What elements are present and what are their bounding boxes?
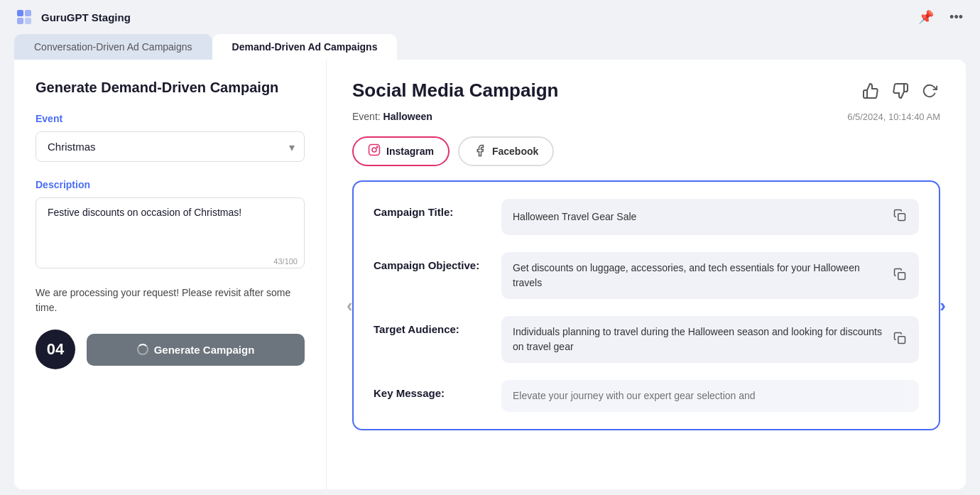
step-badge: 04 [36, 330, 75, 369]
loading-spinner [137, 344, 148, 355]
timestamp: 6/5/2024, 10:14:40 AM [847, 111, 940, 122]
more-button[interactable]: ••• [947, 7, 966, 28]
top-bar: GuruGPT Staging 📌 ••• [0, 0, 980, 34]
svg-rect-2 [17, 18, 23, 24]
svg-point-6 [376, 146, 378, 148]
event-info-row: Event: Halloween 6/5/2024, 10:14:40 AM [352, 111, 940, 122]
key-message-value: Elevate your journey with our expert gea… [513, 388, 756, 403]
next-campaign-button[interactable]: › [934, 289, 952, 322]
pin-button[interactable]: 📌 [915, 6, 937, 28]
svg-rect-3 [25, 18, 31, 24]
header-actions [859, 80, 940, 107]
copy-campaign-objective-button[interactable] [892, 266, 908, 285]
refresh-button[interactable] [919, 80, 940, 106]
svg-rect-4 [369, 145, 380, 156]
campaign-title-value-wrapper: Halloween Travel Gear Sale [501, 199, 919, 235]
left-panel-title: Generate Demand-Driven Campaign [36, 80, 305, 96]
right-panel: Social Media Campaign [327, 60, 966, 489]
key-message-label: Key Message: [374, 380, 487, 399]
processing-message: We are processing your request! Please r… [36, 285, 305, 315]
thumbs-down-button[interactable] [889, 80, 912, 107]
campaign-title-field: Campaign Title: Halloween Travel Gear Sa… [374, 199, 919, 235]
copy-target-audience-button[interactable] [892, 330, 908, 349]
description-wrapper: Festive discounts on occasion of Christm… [36, 197, 305, 271]
left-panel: Generate Demand-Driven Campaign Event Ch… [14, 60, 327, 489]
event-name: Halloween [383, 111, 432, 122]
event-select-wrapper: Christmas Halloween New Year Thanksgivin… [36, 131, 305, 162]
key-message-value-wrapper: Elevate your journey with our expert gea… [501, 380, 919, 412]
description-label: Description [36, 179, 305, 190]
facebook-label: Facebook [492, 146, 538, 157]
app-branding: GuruGPT Staging [14, 7, 131, 27]
facebook-icon [474, 144, 486, 159]
event-select[interactable]: Christmas Halloween New Year Thanksgivin… [36, 131, 305, 162]
campaign-objective-label: Campaign Objective: [374, 252, 487, 271]
svg-point-5 [372, 148, 376, 152]
event-label: Event [36, 113, 305, 124]
key-message-field: Key Message: Elevate your journey with o… [374, 380, 919, 412]
thumbs-up-button[interactable] [859, 80, 882, 107]
campaign-title-value: Halloween Travel Gear Sale [513, 210, 636, 224]
svg-rect-9 [898, 336, 905, 343]
svg-rect-8 [898, 272, 905, 279]
instagram-icon [368, 143, 381, 159]
description-textarea[interactable]: Festive discounts on occasion of Christm… [36, 197, 305, 268]
event-label-text: Event: Halloween [352, 111, 432, 122]
app-icon [14, 7, 34, 27]
platform-tab-instagram[interactable]: Instagram [352, 136, 450, 166]
target-audience-label: Target Audience: [374, 316, 487, 335]
tab-conversation[interactable]: Conversation-Driven Ad Campaigns [14, 34, 212, 60]
svg-rect-0 [17, 10, 23, 16]
platform-tab-facebook[interactable]: Facebook [458, 136, 554, 166]
top-bar-actions: 📌 ••• [915, 6, 966, 28]
target-audience-field: Target Audience: Individuals planning to… [374, 316, 919, 363]
bottom-row: 04 Generate Campaign [36, 330, 305, 369]
right-panel-header: Social Media Campaign [352, 80, 940, 107]
char-count: 43/100 [273, 257, 298, 266]
generate-campaign-button[interactable]: Generate Campaign [87, 334, 305, 366]
target-audience-value-wrapper: Individuals planning to travel during th… [501, 316, 919, 363]
target-audience-value: Individuals planning to travel during th… [513, 325, 883, 354]
app-title: GuruGPT Staging [41, 11, 131, 23]
copy-campaign-title-button[interactable] [892, 207, 908, 227]
svg-rect-7 [898, 214, 905, 221]
campaign-title-label: Campaign Title: [374, 199, 487, 218]
campaign-card: ‹ Campaign Title: Halloween Travel Gear … [352, 180, 940, 430]
tab-demand[interactable]: Demand-Driven Ad Campaigns [212, 34, 398, 60]
campaign-objective-field: Campaign Objective: Get discounts on lug… [374, 252, 919, 299]
svg-rect-1 [25, 10, 31, 16]
platform-tabs: Instagram Facebook [352, 136, 940, 166]
campaign-objective-value-wrapper: Get discounts on luggage, accessories, a… [501, 252, 919, 299]
campaign-title: Social Media Campaign [352, 80, 558, 102]
instagram-label: Instagram [386, 146, 434, 157]
campaign-objective-value: Get discounts on luggage, accessories, a… [513, 261, 883, 290]
main-content: Generate Demand-Driven Campaign Event Ch… [14, 60, 966, 489]
prev-campaign-button[interactable]: ‹ [341, 289, 359, 322]
tab-bar: Conversation-Driven Ad Campaigns Demand-… [0, 34, 980, 60]
generate-button-label: Generate Campaign [154, 344, 255, 356]
